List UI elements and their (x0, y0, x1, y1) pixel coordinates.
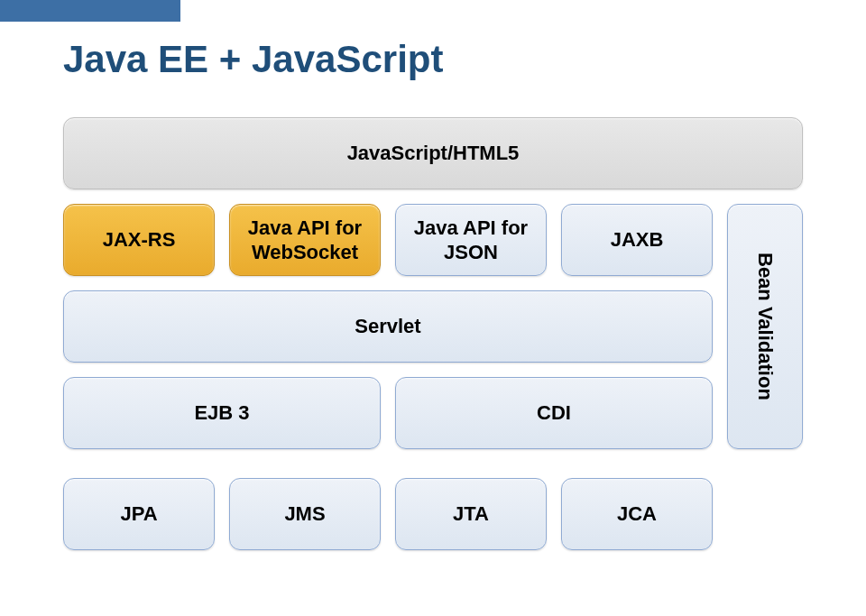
layer-servlet: Servlet (63, 290, 713, 363)
layer-jta: JTA (395, 478, 547, 550)
layer-ejb3-label: EJB 3 (194, 400, 249, 426)
layer-jms: JMS (229, 478, 381, 550)
api-jaxb: JAXB (561, 204, 713, 276)
page-title: Java EE + JavaScript (63, 38, 443, 81)
layer-jca-label: JCA (617, 501, 657, 527)
layer-bean-validation-label: Bean Validation (752, 253, 778, 400)
layer-servlet-label: Servlet (355, 314, 420, 339)
layer-frontend-label: JavaScript/HTML5 (347, 141, 520, 166)
layer-jpa: JPA (63, 478, 215, 550)
accent-bar (0, 0, 180, 22)
api-jaxrs: JAX-RS (63, 204, 215, 276)
layer-bean-validation: Bean Validation (727, 204, 803, 449)
layer-jca: JCA (561, 478, 713, 550)
layer-cdi: CDI (395, 377, 713, 449)
layer-cdi-label: CDI (537, 400, 571, 426)
layer-jta-label: JTA (453, 501, 489, 527)
layer-frontend: JavaScript/HTML5 (63, 117, 803, 189)
api-websocket: Java API for WebSocket (229, 204, 381, 276)
api-jaxrs-label: JAX-RS (103, 227, 176, 253)
layer-jpa-label: JPA (120, 501, 157, 527)
api-json-label: Java API for JSON (414, 216, 528, 265)
layer-jms-label: JMS (284, 501, 325, 527)
api-websocket-label: Java API for WebSocket (248, 216, 362, 265)
api-jaxb-label: JAXB (611, 227, 664, 253)
layer-ejb3: EJB 3 (63, 377, 381, 449)
api-json: Java API for JSON (395, 204, 547, 276)
